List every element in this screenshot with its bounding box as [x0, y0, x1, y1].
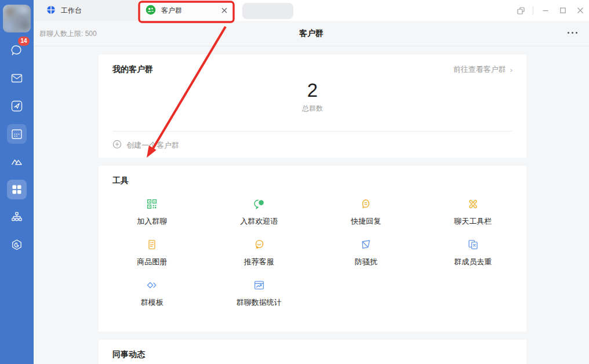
avatar[interactable]: [3, 5, 31, 32]
tab-workbench[interactable]: 工作台: [46, 0, 82, 21]
tools-card: 工具: [99, 166, 526, 332]
main-area: 工作台 客户群: [34, 0, 589, 364]
more-options-icon[interactable]: [568, 32, 577, 34]
tool-group-stats[interactable]: 群聊数据统计: [206, 279, 313, 320]
avatar-image: [3, 5, 31, 32]
dedupe-members-icon: [467, 239, 479, 250]
content-area: 我的客户群 前往查看客户群 › 2 总群数: [34, 46, 589, 364]
minimize-icon[interactable]: [537, 0, 554, 21]
tool-chat-toolbar[interactable]: 聊天工具栏: [420, 198, 527, 239]
recommend-service-icon: [253, 239, 265, 250]
group-template-icon: [146, 279, 158, 291]
tools-title: 工具: [99, 176, 526, 186]
tool-label: 入群欢迎语: [240, 216, 278, 227]
close-icon[interactable]: [572, 0, 589, 21]
tool-label: 群聊数据统计: [237, 297, 282, 308]
view-groups-link-label: 前往查看客户群: [453, 64, 506, 75]
group-count-block: 2 总群数: [99, 80, 526, 114]
apps-hexagon-icon: [10, 238, 24, 252]
svg-text:Hi: Hi: [260, 201, 262, 204]
tool-quick-reply[interactable]: 快捷回复: [312, 198, 420, 239]
sidebar-item-contacts[interactable]: [7, 208, 27, 227]
tool-label: 群模板: [141, 297, 163, 308]
sidebar-item-workbench[interactable]: [7, 180, 27, 199]
org-chart-icon: [10, 210, 24, 224]
product-catalog-icon: [146, 239, 158, 250]
popout-windows-icon[interactable]: [512, 0, 529, 21]
window-controls: [512, 0, 589, 21]
tools-grid: 加入群聊 Hi 入群欢迎语: [99, 198, 526, 320]
tool-label: 群成员去重: [454, 257, 492, 267]
tool-label: 推荐客服: [244, 257, 274, 267]
page-title: 客户群: [34, 28, 589, 39]
create-group-label: 创建一个客户群: [126, 140, 179, 151]
window-controls-divider: [533, 6, 533, 14]
mail-icon: [10, 71, 24, 85]
calendar-icon: [10, 127, 24, 141]
quick-reply-icon: [360, 198, 372, 210]
view-groups-link[interactable]: 前往查看客户群 ›: [453, 64, 512, 75]
tool-label: 商品图册: [137, 257, 167, 267]
tool-label: 快捷回复: [351, 216, 381, 227]
page-header: 群聊人数上限: 500 客户群: [34, 21, 589, 46]
total-group-label: 总群数: [99, 104, 526, 114]
chevron-right-icon: ›: [510, 65, 512, 74]
chat-toolbar-icon: [467, 198, 479, 210]
plus-circle-icon: [112, 140, 122, 151]
tab-strip: 工作台 客户群: [34, 0, 589, 21]
welcome-bubble-icon: Hi: [253, 198, 265, 210]
tool-label: 加入群聊: [137, 216, 167, 227]
unread-badge: 14: [18, 37, 30, 46]
total-group-count: 2: [99, 80, 526, 101]
tool-anti-spam[interactable]: 防骚扰: [312, 239, 420, 279]
tool-product-catalog[interactable]: 商品图册: [99, 239, 206, 279]
tool-join-group[interactable]: 加入群聊: [99, 198, 206, 239]
docs-share-icon: [10, 99, 24, 113]
tool-label: 聊天工具栏: [454, 216, 492, 227]
customer-group-tab-icon: [146, 5, 156, 17]
sidebar-item-mail[interactable]: [7, 68, 27, 88]
my-groups-title: 我的客户群: [112, 64, 153, 75]
anti-spam-flag-icon: [360, 239, 372, 250]
sidebar-item-gallery[interactable]: [7, 152, 27, 172]
sidebar-item-calendar[interactable]: [7, 124, 27, 144]
tool-recommend-service[interactable]: 推荐客服: [206, 239, 313, 279]
qr-code-icon: [146, 198, 158, 210]
sidebar-item-apps[interactable]: [7, 235, 27, 255]
customer-group-tab-label: 客户群: [161, 6, 182, 16]
maximize-icon[interactable]: [554, 0, 572, 21]
my-groups-card: 我的客户群 前往查看客户群 › 2 总群数: [99, 54, 526, 158]
gallery-icon: [10, 155, 24, 169]
tool-welcome-message[interactable]: Hi 入群欢迎语: [206, 198, 313, 239]
tab-customer-group[interactable]: 客户群: [139, 0, 234, 21]
card-divider: [112, 131, 512, 132]
workbench-tab-icon: [46, 5, 56, 16]
tool-group-template[interactable]: 群模板: [99, 279, 206, 320]
tab-close-icon[interactable]: [221, 7, 228, 14]
inactive-tab-placeholder[interactable]: [242, 3, 293, 19]
workbench-grid-icon: [10, 183, 23, 196]
tool-label: 防骚扰: [355, 257, 377, 267]
tool-dedupe-members[interactable]: 群成员去重: [420, 239, 527, 279]
feed-card: 同事动态: [99, 340, 526, 364]
wechat-work-window: 14: [0, 0, 589, 364]
workbench-tab-label: 工作台: [61, 6, 82, 16]
sidebar-item-docs[interactable]: [7, 96, 27, 116]
create-group-button[interactable]: 创建一个客户群: [112, 140, 179, 151]
group-stats-icon: [253, 279, 265, 291]
sidebar: 14: [0, 0, 34, 364]
feed-title: 同事动态: [112, 350, 512, 360]
sidebar-item-messages[interactable]: 14: [7, 41, 27, 60]
